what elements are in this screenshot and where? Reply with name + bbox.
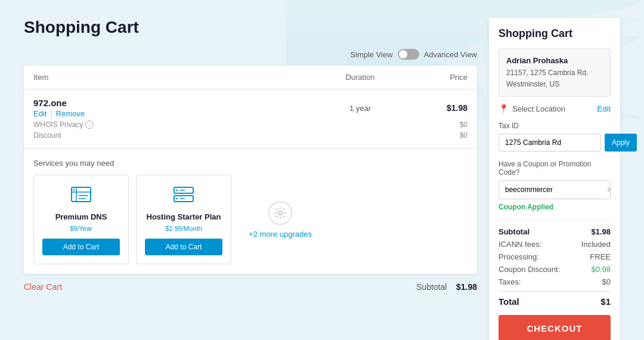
tax-id-row: Apply bbox=[499, 134, 611, 152]
cart-footer: Clear Cart Subtotal $1.98 bbox=[24, 274, 477, 292]
item-actions: Edit | Remove bbox=[33, 109, 324, 118]
checkout-button[interactable]: CHECKOUT bbox=[499, 315, 611, 340]
discount-price: $0 bbox=[396, 131, 467, 140]
cart-table-header: Item Duration Price bbox=[24, 66, 477, 89]
location-edit-link[interactable]: Edit bbox=[597, 104, 611, 113]
simple-view-label: Simple View bbox=[350, 50, 392, 59]
coupon-clear-icon[interactable]: ✕ bbox=[600, 181, 611, 199]
header-duration: Duration bbox=[324, 73, 396, 82]
address-line1: 21157, 1275 Cambria Rd. bbox=[506, 67, 603, 79]
dns-icon bbox=[42, 184, 120, 208]
whois-label-row: WHOIS Privacy i bbox=[33, 120, 324, 129]
svg-point-3 bbox=[73, 189, 75, 191]
breakdown-subtotal-row: Subtotal $1.98 bbox=[499, 227, 611, 236]
service-card-dns: Premium DNS $9/Year Add to Cart bbox=[33, 175, 129, 264]
apply-button[interactable]: Apply bbox=[605, 134, 637, 152]
view-toggle-bar: Simple View Advanced View bbox=[24, 49, 477, 60]
icann-label: ICANN fees: bbox=[499, 240, 541, 249]
whois-row: WHOIS Privacy i $0 bbox=[33, 120, 467, 129]
advanced-view-label: Advanced View bbox=[424, 50, 477, 59]
taxes-value: $0 bbox=[602, 277, 611, 286]
more-upgrades[interactable]: +2 more upgrades bbox=[239, 175, 322, 264]
taxes-label: Taxes: bbox=[499, 277, 521, 286]
service-card-hosting: Hosting Starter Plan $2.99/Month Add to … bbox=[136, 175, 231, 264]
taxes-row: Taxes: $0 bbox=[499, 277, 611, 286]
dns-price: $9/Year bbox=[42, 224, 120, 233]
location-row: 📍 Select Location Edit bbox=[499, 104, 611, 113]
cart-table: Item Duration Price 972.one Edit | Remov… bbox=[24, 66, 477, 274]
discount-row: Discount $0 bbox=[33, 131, 467, 140]
total-value: $1 bbox=[600, 296, 611, 307]
tax-id-section: Tax ID Apply bbox=[499, 122, 611, 152]
processing-label: Processing: bbox=[499, 252, 539, 261]
page-title: Shopping Cart bbox=[24, 18, 477, 37]
select-location-label[interactable]: Select Location bbox=[512, 104, 565, 113]
total-row: Total $1 bbox=[499, 291, 611, 307]
discount-label: Discount bbox=[33, 131, 324, 140]
total-label: Total bbox=[499, 296, 519, 307]
price-breakdown: Subtotal $1.98 ICANN fees: Included Proc… bbox=[499, 220, 611, 307]
subtotal-value: $1.98 bbox=[456, 282, 477, 292]
dns-add-to-cart-button[interactable]: Add to Cart bbox=[42, 239, 120, 255]
location-pin-icon: 📍 bbox=[499, 104, 509, 113]
tax-id-input[interactable] bbox=[499, 134, 601, 152]
hosting-name: Hosting Starter Plan bbox=[145, 212, 222, 221]
header-item: Item bbox=[33, 73, 324, 82]
location-left: 📍 Select Location bbox=[499, 104, 565, 113]
coupon-discount-value: $0.98 bbox=[591, 265, 611, 274]
coupon-applied-label: Coupon Applied bbox=[499, 203, 611, 211]
svg-point-12 bbox=[278, 211, 282, 215]
address-line2: Westminster, US bbox=[506, 79, 603, 90]
coupon-discount-label: Coupon Discount: bbox=[499, 265, 560, 274]
gear-icon bbox=[268, 201, 292, 225]
svg-point-9 bbox=[177, 198, 178, 200]
address-box: Adrian Prohaska 21157, 1275 Cambria Rd. … bbox=[499, 48, 611, 97]
header-price: Price bbox=[396, 73, 467, 82]
subtotal-label: Subtotal bbox=[416, 282, 447, 292]
hosting-add-to-cart-button[interactable]: Add to Cart bbox=[145, 239, 222, 255]
whois-info-icon[interactable]: i bbox=[85, 120, 94, 129]
left-panel: Shopping Cart Simple View Advanced View … bbox=[24, 18, 477, 340]
coupon-discount-row: Coupon Discount: $0.98 bbox=[499, 265, 611, 274]
item-info: 972.one Edit | Remove bbox=[33, 98, 324, 118]
processing-row: Processing: FREE bbox=[499, 252, 611, 261]
item-price: $1.98 bbox=[396, 103, 467, 113]
sidebar-title: Shopping Cart bbox=[499, 27, 611, 40]
services-title: Services you may need bbox=[33, 159, 467, 168]
whois-price: $0 bbox=[396, 120, 467, 129]
hosting-icon bbox=[145, 184, 222, 208]
icann-value: Included bbox=[581, 240, 611, 249]
dns-name: Premium DNS bbox=[42, 212, 120, 221]
edit-link[interactable]: Edit bbox=[33, 109, 47, 118]
more-upgrades-label: +2 more upgrades bbox=[249, 230, 312, 239]
view-toggle-switch[interactable] bbox=[398, 49, 419, 60]
subtotal-line: Subtotal $1.98 bbox=[416, 282, 477, 292]
hosting-price: $2.99/Month bbox=[145, 224, 222, 233]
breakdown-subtotal-label: Subtotal bbox=[499, 227, 530, 236]
icann-row: ICANN fees: Included bbox=[499, 240, 611, 249]
tax-id-label: Tax ID bbox=[499, 122, 611, 130]
processing-value: FREE bbox=[590, 252, 611, 261]
address-name: Adrian Prohaska bbox=[506, 55, 603, 67]
cart-item-row: 972.one Edit | Remove 1 year $1.98 WHOIS… bbox=[24, 89, 477, 149]
services-section: Services you may need bbox=[24, 149, 477, 274]
coupon-input[interactable] bbox=[499, 181, 600, 198]
whois-label: WHOIS Privacy bbox=[33, 120, 83, 129]
coupon-section: Have a Coupon or Promotion Code? ✕ Coupo… bbox=[499, 160, 611, 211]
item-name: 972.one bbox=[33, 98, 324, 108]
svg-point-8 bbox=[177, 190, 178, 191]
coupon-input-row: ✕ bbox=[499, 180, 611, 199]
remove-link[interactable]: Remove bbox=[56, 109, 85, 118]
breakdown-subtotal-value: $1.98 bbox=[591, 227, 611, 236]
item-duration: 1 year bbox=[324, 104, 396, 113]
separator: | bbox=[50, 109, 52, 118]
right-panel: Shopping Cart Adrian Prohaska 21157, 127… bbox=[489, 18, 620, 340]
sidebar-cart: Shopping Cart Adrian Prohaska 21157, 127… bbox=[489, 18, 620, 340]
services-cards: Premium DNS $9/Year Add to Cart bbox=[33, 175, 467, 264]
item-top: 972.one Edit | Remove 1 year $1.98 bbox=[33, 98, 467, 118]
coupon-label: Have a Coupon or Promotion Code? bbox=[499, 160, 611, 177]
clear-cart-link[interactable]: Clear Cart bbox=[24, 282, 62, 292]
